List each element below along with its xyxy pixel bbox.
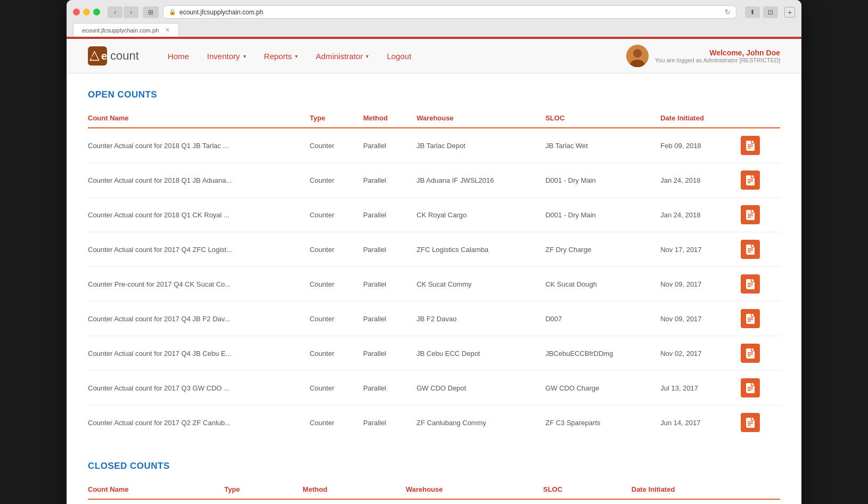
col-count-name: Count Name xyxy=(88,109,303,128)
table-row: Counter Actual count for 2017 Q4 JB F2 D… xyxy=(88,302,780,336)
col-date: Date Initiated xyxy=(654,109,734,128)
date-cell: Jun 14, 2017 xyxy=(654,405,734,440)
type-cell: Counter xyxy=(303,371,356,405)
view-document-button[interactable] xyxy=(741,274,760,294)
type-cell: Counter xyxy=(303,163,356,198)
user-area: Welcome, John Doe You are logged as Admi… xyxy=(626,45,780,67)
method-cell: Parallel xyxy=(357,371,410,405)
date-cell: Nov 09, 2017 xyxy=(654,302,734,336)
view-document-button[interactable] xyxy=(741,205,760,224)
col-warehouse: Warehouse xyxy=(410,109,539,128)
inventory-caret: ▾ xyxy=(243,53,246,59)
type-cell: Counter xyxy=(303,405,356,440)
col-method: Method xyxy=(357,109,410,128)
method-cell: Parallel xyxy=(357,163,410,198)
open-counts-section: OPEN COUNTS Count Name Type Method Wareh… xyxy=(88,90,780,440)
share-button[interactable]: ⬆ xyxy=(745,6,760,18)
action-cell xyxy=(734,371,780,405)
action-cell xyxy=(734,198,780,232)
plus-button[interactable]: + xyxy=(784,7,795,18)
svg-point-4 xyxy=(633,49,642,58)
admin-caret: ▾ xyxy=(366,53,369,59)
type-cell: Counter xyxy=(303,302,356,336)
date-cell: Jan 24, 2018 xyxy=(654,163,734,198)
back-button[interactable]: ‹ xyxy=(108,6,122,18)
type-cell: Counter xyxy=(303,267,356,302)
view-document-button[interactable] xyxy=(741,240,760,259)
tab-label: ecount.jfcsupplychain.com.ph xyxy=(82,27,159,34)
sloc-cell: D001 - Dry Main xyxy=(539,163,654,198)
method-cell: Parallel xyxy=(357,128,410,163)
action-cell xyxy=(734,232,780,267)
traffic-lights xyxy=(73,9,100,15)
type-cell: Counter xyxy=(303,198,356,232)
svg-point-2 xyxy=(91,56,93,59)
welcome-name: Welcome, John Doe xyxy=(655,48,780,57)
view-document-button[interactable] xyxy=(741,413,760,432)
date-cell: Nov 17, 2017 xyxy=(654,232,734,267)
warehouse-cell: ZF Canlubang Commy xyxy=(410,405,539,440)
count-name-cell: Counter Actual count for 2018 Q1 CK Roya… xyxy=(88,198,303,232)
type-cell: Counter xyxy=(303,232,356,267)
closed-counts-section: CLOSED COUNTS Count Name Type Method War… xyxy=(88,461,780,504)
view-document-button[interactable] xyxy=(741,344,760,363)
address-bar[interactable]: 🔒 ecount.jfcsupplychain.com.ph ↻ xyxy=(163,5,736,19)
method-cell: Parallel xyxy=(357,405,410,440)
nav-home[interactable]: Home xyxy=(160,47,196,65)
action-cell xyxy=(734,267,780,302)
date-cell: Jan 24, 2018 xyxy=(654,198,734,232)
method-cell: Parallel xyxy=(357,198,410,232)
table-row: Counter Actual count for 2018 Q1 JB Adua… xyxy=(88,163,780,198)
col-action xyxy=(734,109,780,128)
logged-as: You are logged as Administrator [RESTRIC… xyxy=(655,57,780,63)
minimize-button[interactable] xyxy=(83,9,90,15)
logo-text: count xyxy=(110,49,139,63)
method-cell: Parallel xyxy=(357,232,410,267)
reload-button[interactable]: ↻ xyxy=(725,8,731,16)
count-name-cell: Counter Actual count for 2018 Q1 JB Adua… xyxy=(88,163,303,198)
nav-buttons: ‹ › xyxy=(108,6,138,18)
no-count-message: No count available. xyxy=(88,499,780,504)
nav-reports[interactable]: Reports ▾ xyxy=(257,47,306,65)
nav-administrator[interactable]: Administrator ▾ xyxy=(308,47,376,65)
close-button[interactable] xyxy=(73,9,80,15)
closed-col-sloc: SLOC xyxy=(537,480,625,499)
new-tab-button[interactable]: ⊡ xyxy=(763,6,778,18)
sloc-cell: ZF C3 Spareparts xyxy=(539,405,654,440)
action-cell xyxy=(734,336,780,371)
maximize-button[interactable] xyxy=(93,9,100,15)
warehouse-cell: JB F2 Davao xyxy=(410,302,539,336)
app-logo xyxy=(88,46,107,66)
method-cell: Parallel xyxy=(357,267,410,302)
nav-inventory[interactable]: Inventory ▾ xyxy=(200,47,253,65)
action-cell xyxy=(734,405,780,440)
sloc-cell: JBCebuECCBfrDDmg xyxy=(539,336,654,371)
view-document-button[interactable] xyxy=(741,136,760,155)
browser-titlebar: ‹ › ⊞ 🔒 ecount.jfcsupplychain.com.ph ↻ ⬆… xyxy=(73,5,795,19)
reports-caret: ▾ xyxy=(295,53,298,59)
view-document-button[interactable] xyxy=(741,378,760,397)
table-row: Counter Actual count for 2017 Q4 JB Cebu… xyxy=(88,336,780,371)
type-cell: Counter xyxy=(303,336,356,371)
count-name-cell: Counter Actual count for 2017 Q2 ZF Canl… xyxy=(88,405,303,440)
active-tab[interactable]: ecount.jfcsupplychain.com.ph ✕ xyxy=(73,23,179,37)
count-name-cell: Counter Actual count for 2017 Q3 GW CDO … xyxy=(88,371,303,405)
forward-button[interactable]: › xyxy=(124,6,138,18)
main-content: OPEN COUNTS Count Name Type Method Wareh… xyxy=(67,74,801,504)
action-cell xyxy=(734,302,780,336)
count-name-cell: Counter Actual count for 2017 Q4 JB F2 D… xyxy=(88,302,303,336)
closed-counts-body: No count available. xyxy=(88,499,780,504)
view-document-button[interactable] xyxy=(741,170,760,190)
tab-close[interactable]: ✕ xyxy=(165,27,170,34)
open-counts-table: Count Name Type Method Warehouse SLOC Da… xyxy=(88,109,780,440)
action-cell xyxy=(734,163,780,198)
view-document-button[interactable] xyxy=(741,309,760,328)
sidebar-toggle[interactable]: ⊞ xyxy=(143,6,159,18)
closed-col-warehouse: Warehouse xyxy=(399,480,537,499)
welcome-text: Welcome, John Doe You are logged as Admi… xyxy=(655,48,780,63)
table-row: Counter Pre-count for 2017 Q4 CK Sucat C… xyxy=(88,267,780,302)
sloc-cell: D001 - Dry Main xyxy=(539,198,654,232)
nav-links: Home Inventory ▾ Reports ▾ Administrator… xyxy=(160,47,626,65)
date-cell: Nov 02, 2017 xyxy=(654,336,734,371)
nav-logout[interactable]: Logout xyxy=(379,47,419,65)
